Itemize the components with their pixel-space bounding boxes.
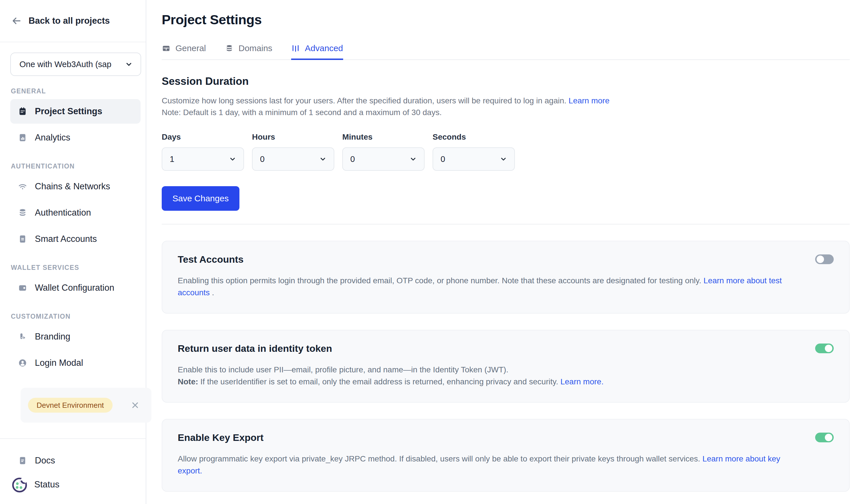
sidebar-item-authentication[interactable]: Authentication	[10, 200, 141, 225]
save-changes-button[interactable]: Save Changes	[162, 186, 239, 211]
card-text: Enable this to include user PII—email, p…	[178, 365, 508, 374]
sidebar-item-project-settings[interactable]: Project Settings	[10, 99, 141, 124]
sidebar-item-chains-networks[interactable]: Chains & Networks	[10, 174, 141, 199]
wallet-icon	[18, 283, 27, 293]
tab-label: General	[176, 44, 206, 53]
chevron-down-icon	[409, 155, 417, 163]
identity-token-toggle[interactable]	[815, 344, 834, 353]
sidebar-item-branding[interactable]: Branding	[10, 324, 141, 349]
identity-token-learn-more-link[interactable]: Learn more.	[560, 377, 603, 386]
section-divider	[162, 224, 850, 224]
card-title: Test Accounts	[178, 254, 834, 265]
select-value: 0	[260, 155, 265, 164]
chevron-down-icon	[124, 60, 133, 69]
select-value: 0	[350, 155, 355, 164]
app-window: Back to all projects One with Web3Auth (…	[0, 0, 864, 504]
database-icon	[18, 208, 27, 218]
environment-close-button[interactable]	[130, 400, 140, 410]
sidebar-item-analytics[interactable]: Analytics	[10, 125, 141, 150]
field-label: Minutes	[342, 133, 424, 142]
minutes-select[interactable]: 0	[342, 147, 424, 171]
analytics-icon	[18, 133, 27, 143]
docs-icon	[18, 456, 27, 465]
clipboard-icon	[18, 107, 27, 116]
back-label: Back to all projects	[28, 16, 110, 26]
identity-token-card: Return user data in identity token Enabl…	[162, 330, 850, 403]
field-hours: Hours 0	[252, 133, 334, 171]
key-export-card: Enable Key Export Allow programmatic key…	[162, 419, 850, 492]
sidebar-nav: One with Web3Auth (sap GENERAL Project S…	[0, 42, 146, 422]
section-label-wallet-services: WALLET SERVICES	[11, 264, 141, 272]
session-learn-more-link[interactable]: Learn more	[568, 96, 610, 105]
sidebar-item-label: Project Settings	[35, 106, 102, 116]
footer-item-label: Status	[34, 479, 59, 490]
session-duration-description: Customize how long sessions last for you…	[162, 95, 850, 118]
status-cookie-icon	[10, 475, 29, 494]
sidebar-item-docs[interactable]: Docs	[10, 448, 141, 472]
tab-advanced[interactable]: Advanced	[291, 44, 343, 59]
sidebar-item-login-modal[interactable]: Login Modal	[10, 351, 141, 375]
field-seconds: Seconds 0	[433, 133, 515, 171]
field-minutes: Minutes 0	[342, 133, 424, 171]
hours-select[interactable]: 0	[252, 147, 334, 171]
toggle-knob	[825, 434, 832, 441]
project-selector[interactable]: One with Web3Auth (sap	[10, 52, 141, 76]
sidebar-item-status[interactable]: Status	[10, 472, 141, 496]
environment-badge: Devnet Environment	[28, 398, 112, 413]
tab-label: Domains	[239, 44, 272, 53]
database-icon	[225, 44, 234, 53]
card-description: Allow programmatic key export via privat…	[178, 453, 806, 477]
tab-label: Advanced	[305, 44, 343, 53]
card-title: Return user data in identity token	[178, 343, 834, 354]
sidebar-item-wallet-configuration[interactable]: Wallet Configuration	[10, 275, 141, 300]
tab-general[interactable]: General	[162, 44, 206, 59]
card-text: If the userIdentifier is set to email, o…	[200, 377, 558, 386]
file-text-icon	[18, 234, 27, 244]
section-label-customization: CUSTOMIZATION	[11, 313, 141, 320]
field-label: Hours	[252, 133, 334, 142]
sidebar-item-smart-accounts[interactable]: Smart Accounts	[10, 227, 141, 251]
key-export-toggle[interactable]	[815, 433, 834, 442]
card-title: Enable Key Export	[178, 432, 834, 443]
select-value: 0	[441, 155, 445, 164]
toggle-knob	[817, 256, 824, 263]
days-select[interactable]: 1	[162, 147, 244, 171]
field-label: Seconds	[433, 133, 515, 142]
back-to-projects-button[interactable]: Back to all projects	[0, 0, 146, 42]
arrow-left-icon	[11, 16, 22, 26]
card-description: Enable this to include user PII—email, p…	[178, 364, 806, 388]
brush-icon	[18, 332, 27, 342]
sidebar-item-label: Smart Accounts	[35, 234, 97, 244]
duration-fields: Days 1 Hours 0 Minutes 0	[162, 133, 850, 171]
card-description: Enabling this option permits login throu…	[178, 275, 806, 299]
card-text: Allow programmatic key export via privat…	[178, 454, 700, 463]
footer-item-label: Docs	[35, 455, 55, 466]
wifi-icon	[18, 182, 27, 191]
test-accounts-toggle[interactable]	[815, 255, 834, 264]
field-days: Days 1	[162, 133, 244, 171]
sidebar-footer: Docs Status	[0, 438, 146, 504]
sidebar-item-label: Branding	[35, 332, 70, 342]
page-title: Project Settings	[162, 12, 850, 27]
chevron-down-icon	[319, 155, 327, 163]
tab-domains[interactable]: Domains	[225, 44, 272, 59]
close-icon	[130, 400, 140, 410]
project-selector-value: One with Web3Auth (sap	[20, 60, 111, 69]
seconds-select[interactable]: 0	[433, 147, 515, 171]
sidebar-item-label: Chains & Networks	[35, 181, 110, 192]
sidebar-item-label: Analytics	[35, 133, 70, 143]
card-note-label: Note:	[178, 377, 198, 386]
card-text: Enabling this option permits login throu…	[178, 276, 701, 285]
session-duration-heading: Session Duration	[162, 75, 850, 87]
chevron-down-icon	[229, 155, 237, 163]
sidebar-item-label: Login Modal	[35, 358, 83, 368]
session-note-label: Note:	[162, 108, 181, 117]
section-label-authentication: AUTHENTICATION	[11, 162, 141, 170]
table-icon	[162, 44, 171, 53]
session-desc-text: Customize how long sessions last for you…	[162, 96, 566, 105]
environment-card: Devnet Environment	[21, 388, 152, 422]
sidebar: Back to all projects One with Web3Auth (…	[0, 0, 146, 504]
toggle-knob	[825, 345, 832, 352]
section-label-general: GENERAL	[11, 87, 141, 95]
chevron-down-icon	[500, 155, 507, 163]
